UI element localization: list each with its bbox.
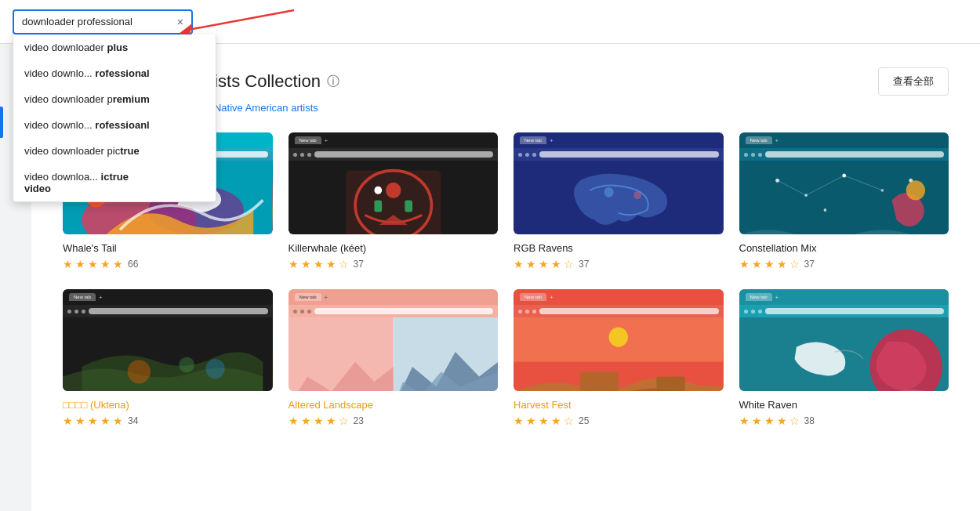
mock-content-4: [739, 161, 949, 234]
dropdown-item-2[interactable]: video downloader premium: [13, 86, 216, 112]
review-count-5: 34: [128, 415, 138, 426]
search-clear-button[interactable]: ×: [177, 16, 183, 28]
review-count-7: 25: [579, 415, 589, 426]
item-name-3: RGB Ravens: [514, 242, 724, 254]
mock-omnibar-row-5: [63, 305, 273, 317]
item-card-3[interactable]: New tab +: [514, 132, 724, 270]
thumbnail-7: New tab +: [514, 289, 724, 391]
star-6-5: ☆: [339, 415, 349, 427]
svg-point-10: [374, 187, 382, 194]
mock-content-5: [63, 317, 273, 391]
star-5-4: ★: [100, 415, 111, 427]
star-2-5: ☆: [339, 258, 349, 270]
thumbnail-6: New tab +: [289, 289, 499, 391]
dropdown-item-0[interactable]: video downloader plus: [13, 34, 216, 60]
mock-omnibar-row-6: [289, 305, 499, 317]
dropdown-item-3[interactable]: video downlo... rofessioanl: [13, 112, 216, 138]
star-3-2: ★: [526, 258, 536, 270]
svg-point-37: [609, 328, 628, 347]
info-icon[interactable]: ⓘ: [327, 74, 339, 90]
stars-row-1: ★ ★ ★ ★ ★ 66: [63, 258, 273, 270]
item-card-7[interactable]: New tab +: [514, 289, 724, 427]
star-1-5: ★: [113, 258, 123, 270]
item-name-4: Constellation Mix: [739, 242, 949, 254]
star-8-5: ☆: [789, 415, 800, 427]
mock-topbar-7: New tab +: [514, 289, 724, 305]
stars-row-8: ★ ★ ★ ★ ☆ 38: [739, 415, 949, 427]
stars-row-5: ★ ★ ★ ★ ★ 34: [63, 415, 273, 427]
mock-content-8: [739, 317, 949, 391]
stars-row-4: ★ ★ ★ ★ ☆ 37: [739, 258, 949, 270]
star-4-3: ★: [764, 258, 775, 270]
mock-topbar-8: New tab +: [739, 289, 949, 305]
star-6-1: ★: [289, 415, 299, 427]
star-1-4: ★: [100, 258, 111, 270]
star-7-5: ☆: [564, 415, 574, 427]
mock-topbar-4: New tab +: [739, 132, 949, 148]
star-5-3: ★: [88, 415, 98, 427]
review-count-3: 37: [579, 259, 589, 270]
mock-content-2: [289, 161, 499, 234]
thumbnail-3: New tab +: [514, 132, 724, 234]
star-2-2: ★: [301, 258, 311, 270]
svg-point-17: [775, 179, 779, 183]
star-8-3: ★: [764, 415, 775, 427]
svg-point-9: [386, 183, 401, 198]
item-name-1: Whale's Tail: [63, 242, 273, 254]
mock-omnibar-row-3: [514, 148, 724, 161]
mock-content-7: [514, 317, 724, 391]
star-1-3: ★: [88, 258, 98, 270]
review-count-1: 66: [128, 259, 138, 270]
item-name-8: White Raven: [739, 399, 949, 411]
thumbnail-8: New tab +: [739, 289, 949, 391]
svg-rect-11: [374, 200, 382, 212]
star-6-2: ★: [301, 415, 311, 427]
item-card-6[interactable]: New tab +: [289, 289, 499, 427]
search-input[interactable]: [22, 16, 174, 27]
item-card-4[interactable]: New tab +: [739, 132, 949, 270]
mock-content-3: [514, 161, 724, 234]
star-3-1: ★: [514, 258, 524, 270]
search-dropdown: video downloader plus video downlo... ro…: [13, 34, 216, 202]
mock-omnibar-row-8: [739, 305, 949, 317]
review-count-4: 37: [804, 259, 815, 270]
svg-point-22: [823, 208, 826, 212]
dropdown-item-1[interactable]: video downlo... rofessional: [13, 60, 216, 86]
star-2-3: ★: [314, 258, 324, 270]
dropdown-item-4[interactable]: video downloader pictrue: [13, 138, 216, 164]
item-card-5[interactable]: New tab +: [63, 289, 273, 427]
star-5-5: ★: [113, 415, 123, 427]
search-box: ×: [13, 9, 193, 34]
star-5-1: ★: [63, 415, 73, 427]
svg-point-15: [633, 191, 641, 199]
review-count-2: 37: [354, 259, 364, 270]
view-all-button[interactable]: 查看全部: [878, 67, 949, 96]
item-name-2: Killerwhale (kéet): [289, 242, 499, 254]
svg-point-30: [205, 359, 224, 379]
svg-rect-38: [580, 371, 619, 391]
item-card-8[interactable]: New tab +: [739, 289, 949, 427]
svg-point-29: [179, 357, 194, 372]
thumbnail-4: New tab +: [739, 132, 949, 234]
item-name-6: Altered Landscape: [289, 399, 499, 411]
star-4-1: ★: [739, 258, 750, 270]
star-8-1: ★: [739, 415, 750, 427]
star-5-2: ★: [75, 415, 85, 427]
star-3-4: ★: [551, 258, 561, 270]
star-6-3: ★: [314, 415, 324, 427]
star-4-5: ☆: [789, 258, 800, 270]
star-4-2: ★: [752, 258, 762, 270]
star-3-3: ★: [539, 258, 549, 270]
stars-row-7: ★ ★ ★ ★ ☆ 25: [514, 415, 724, 427]
stars-row-3: ★ ★ ★ ★ ☆ 37: [514, 258, 724, 270]
thumbnail-2: New tab +: [289, 132, 499, 234]
star-7-1: ★: [514, 415, 524, 427]
mock-content-6: [289, 317, 499, 391]
mock-omnibar-row-7: [514, 305, 724, 317]
star-1-2: ★: [75, 258, 85, 270]
svg-point-14: [604, 187, 614, 198]
sidebar-accent: [0, 107, 3, 138]
review-count-6: 23: [354, 415, 364, 426]
item-card-2[interactable]: New tab +: [289, 132, 499, 270]
dropdown-item-5[interactable]: video downloa... ictruevideo: [13, 164, 216, 201]
